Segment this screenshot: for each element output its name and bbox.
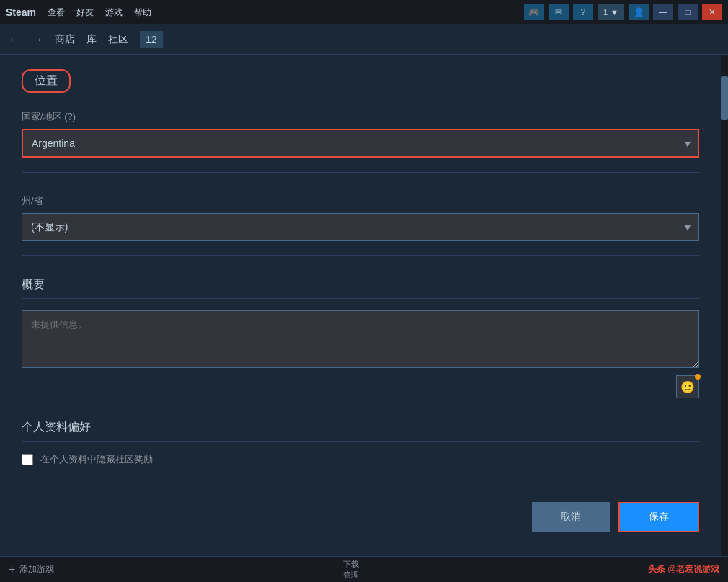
- nav-username[interactable]: 1 2: [140, 31, 163, 48]
- help-button[interactable]: ?: [573, 4, 593, 20]
- prefs-title: 个人资料偏好: [22, 420, 699, 442]
- manage-label: 管理: [343, 570, 359, 581]
- nav-library[interactable]: 库: [86, 33, 97, 46]
- country-section: 国家/地区 (?) Argentina ▾: [22, 110, 699, 173]
- nav-username-suffix: 2: [151, 34, 157, 45]
- state-select[interactable]: (不显示): [22, 213, 699, 241]
- downloads-area[interactable]: 下载 管理: [343, 559, 359, 581]
- username-display: 1: [603, 8, 608, 17]
- scrollbar-thumb[interactable]: [721, 76, 728, 120]
- add-game-area[interactable]: + 添加游戏: [9, 563, 54, 576]
- menu-friends[interactable]: 好友: [76, 6, 94, 19]
- state-label: 州/省: [22, 194, 699, 207]
- button-row: 取消 保存: [22, 495, 699, 532]
- back-button[interactable]: ←: [9, 33, 20, 46]
- scrollbar-track[interactable]: [721, 55, 728, 556]
- menu-games[interactable]: 游戏: [105, 6, 123, 19]
- hide-rewards-label: 在个人资料中隐藏社区奖励: [40, 453, 153, 466]
- nav-shop[interactable]: 商店: [55, 33, 75, 46]
- title-bar-left: Steam 查看 好友 游戏 帮助: [6, 6, 151, 19]
- dropdown-arrow: ▼: [611, 8, 618, 17]
- country-select-wrapper: Argentina ▾: [22, 129, 699, 158]
- hide-rewards-checkbox[interactable]: [22, 454, 33, 465]
- hide-rewards-row: 在个人资料中隐藏社区奖励: [22, 453, 699, 466]
- save-button[interactable]: 保存: [618, 502, 699, 532]
- bottom-bar: + 添加游戏 下载 管理 头条 @老袁说游戏: [0, 556, 728, 582]
- close-button[interactable]: ✕: [702, 4, 722, 20]
- country-select[interactable]: Argentina: [22, 129, 699, 158]
- country-label: 国家/地区 (?): [22, 110, 699, 123]
- state-section: 州/省 (不显示) ▾: [22, 194, 699, 256]
- cancel-button[interactable]: 取消: [532, 502, 610, 532]
- section-title-location: 位置: [22, 69, 71, 93]
- maximize-button[interactable]: □: [678, 4, 698, 20]
- forward-button[interactable]: →: [32, 33, 43, 46]
- content-panel: 位置 国家/地区 (?) Argentina ▾ 州/省 (不显示) ▾ 概要: [0, 55, 721, 556]
- controller-button[interactable]: 🎮: [524, 4, 544, 20]
- summary-textarea[interactable]: [22, 310, 699, 368]
- emoji-button[interactable]: 🙂: [676, 375, 699, 398]
- watermark: 头条 @老袁说游戏: [648, 563, 719, 576]
- state-select-wrapper: (不显示) ▾: [22, 213, 699, 241]
- menu-view[interactable]: 查看: [48, 6, 65, 19]
- minimize-button[interactable]: —: [653, 4, 673, 20]
- emoji-notification-dot: [695, 374, 701, 380]
- friends-button[interactable]: 👤: [629, 4, 649, 20]
- emoji-row: 🙂: [22, 375, 699, 398]
- prefs-section: 个人资料偏好 在个人资料中隐藏社区奖励: [22, 420, 699, 466]
- downloads-label: 下载: [343, 559, 359, 570]
- nav-bar: ← → 商店 库 社区 1 2: [0, 24, 728, 55]
- nav-community[interactable]: 社区: [108, 33, 128, 46]
- summary-section: 概要 🙂: [22, 277, 699, 398]
- user-dropdown[interactable]: 1 ▼: [598, 4, 624, 20]
- summary-title: 概要: [22, 277, 699, 299]
- main-area: 位置 国家/地区 (?) Argentina ▾ 州/省 (不显示) ▾ 概要: [0, 55, 728, 556]
- nav-username-text: 1: [146, 34, 151, 45]
- add-game-label: 添加游戏: [19, 563, 54, 576]
- menu-help[interactable]: 帮助: [134, 6, 151, 19]
- steam-logo: Steam: [6, 6, 36, 18]
- title-bar-right: 🎮 ✉ ? 1 ▼ 👤 — □ ✕: [524, 4, 722, 20]
- plus-icon: +: [9, 563, 15, 576]
- title-bar: Steam 查看 好友 游戏 帮助 🎮 ✉ ? 1 ▼ 👤 — □ ✕: [0, 0, 728, 24]
- envelope-button[interactable]: ✉: [549, 4, 569, 20]
